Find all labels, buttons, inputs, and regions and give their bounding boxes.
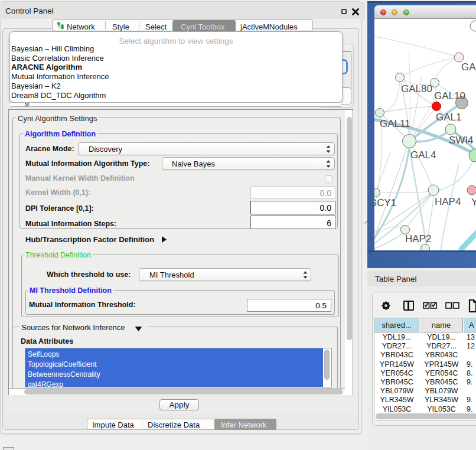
- svg-text:GAL10: GAL10: [434, 90, 465, 102]
- svg-text:GCY1: GCY1: [374, 197, 396, 208]
- svg-text:HAP2: HAP2: [405, 233, 431, 244]
- svg-text:Y: Y: [471, 197, 476, 208]
- svg-text:GAL1: GAL1: [436, 112, 461, 123]
- svg-text:HAP4: HAP4: [435, 196, 461, 207]
- svg-text:GAL11: GAL11: [380, 118, 410, 129]
- svg-text:GAL7: GAL7: [461, 61, 476, 73]
- svg-text:GAL80: GAL80: [401, 83, 432, 94]
- svg-text:SWI4: SWI4: [449, 135, 474, 146]
- svg-text:GAL4: GAL4: [410, 149, 436, 161]
